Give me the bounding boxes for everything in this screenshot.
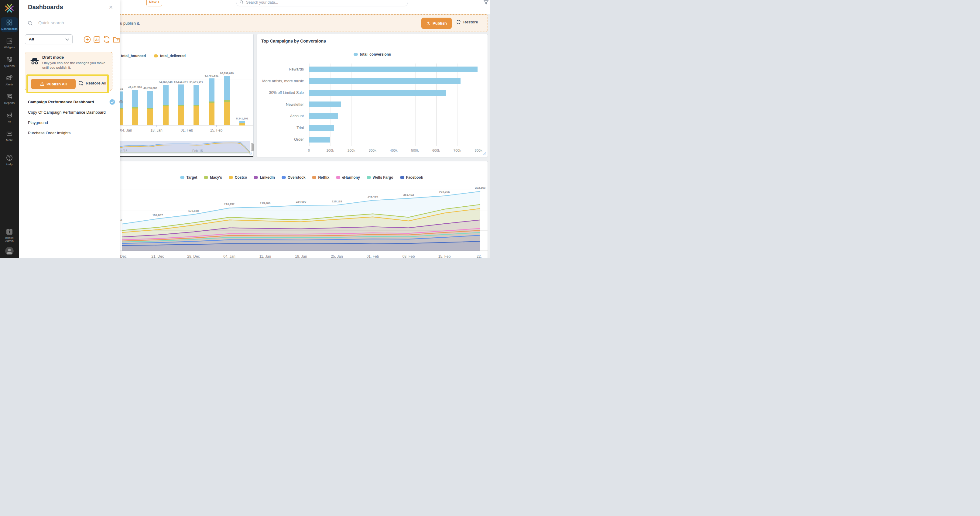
sync-icon — [456, 19, 461, 25]
legend-item-netflix[interactable]: Netflix — [312, 175, 329, 180]
svg-text:224,099: 224,099 — [296, 200, 306, 203]
axis-tick — [126, 125, 126, 127]
ai-generate-icon[interactable]: AI — [93, 35, 101, 43]
svg-text:210,752: 210,752 — [224, 202, 234, 206]
resize-handle-icon[interactable] — [249, 151, 252, 154]
search-icon — [27, 21, 33, 26]
conversion-bar — [309, 125, 334, 131]
sidebar-item-ai[interactable]: AI — [1, 110, 18, 124]
chart3-plot: ,630157,867178,838210,752215,486224,0992… — [116, 185, 488, 254]
list-item-dashboard[interactable]: Playground — [28, 119, 116, 130]
legend-swatch — [204, 176, 208, 179]
legend-item-costco[interactable]: Costco — [229, 175, 247, 180]
bar-value-label: 5,341,101 — [228, 117, 256, 120]
list-item-dashboard[interactable]: Copy Of Campaign Performance Dashboard — [28, 109, 116, 119]
restore-button[interactable]: Restore — [456, 19, 478, 25]
chart2-row: 30% off Limited Sale — [257, 87, 483, 99]
navigator-scroll-handle[interactable] — [251, 143, 254, 151]
sidebar-item-reports[interactable]: Reports — [1, 91, 18, 106]
help-icon — [6, 154, 13, 161]
dashboards-panel: Dashboards ✕ All AI Draft mode Only you … — [19, 0, 120, 258]
x-axis-label: 25. Jan — [331, 254, 343, 258]
reports-icon — [6, 93, 13, 100]
app-sidebar: Dashboards Widgets Queries Alerts Report… — [0, 0, 19, 258]
x-axis-label: 100k — [326, 149, 334, 152]
svg-text:157,867: 157,867 — [153, 213, 163, 217]
category-label: Order — [257, 137, 307, 142]
chart2-row: Account — [257, 110, 483, 122]
x-axis-label: 15. Feb — [210, 128, 223, 132]
stacked-bar — [194, 85, 199, 125]
conversion-bar — [309, 78, 461, 84]
x-axis-label: 300k — [369, 149, 376, 152]
restore-all-button[interactable]: Restore All — [78, 81, 106, 86]
axis-tick — [187, 125, 187, 127]
filter-funnel-icon[interactable] — [483, 0, 489, 5]
stacked-bar — [132, 90, 138, 125]
legend-item-macy-s[interactable]: Macy's — [204, 175, 222, 180]
chart2-row: Newsletter — [257, 99, 483, 111]
publish-button[interactable]: Publish — [422, 18, 452, 29]
list-item-dashboard[interactable]: Purchase Order Insights — [28, 130, 116, 140]
global-search-input[interactable] — [246, 0, 398, 5]
legend-item-eharmony[interactable]: eHarmony — [336, 175, 360, 180]
legend-swatch-total-conversions — [353, 53, 358, 56]
legend-label: Macy's — [210, 175, 222, 180]
resize-handle-icon[interactable] — [483, 152, 486, 155]
gridline — [116, 80, 253, 80]
legend-label[interactable]: total_delivered — [160, 54, 186, 58]
category-label: Account — [257, 114, 307, 118]
legend-item-facebook[interactable]: Facebook — [400, 175, 423, 180]
add-dashboard-icon[interactable] — [83, 35, 91, 43]
list-item-dashboard[interactable]: Campaign Performance Dashboard — [28, 99, 116, 109]
sidebar-item-help[interactable]: Help — [1, 152, 18, 167]
publish-all-button[interactable]: Publish All — [31, 79, 76, 89]
legend-label: Target — [186, 175, 197, 180]
legend-label[interactable]: total_conversions — [360, 52, 391, 57]
x-axis-label: 22. Feb — [477, 254, 484, 258]
new-folder-icon[interactable] — [112, 35, 120, 43]
sidebar-item-alerts[interactable]: Alerts — [1, 73, 18, 88]
sidebar-item-knowi-admin[interactable]: Knowi Admin — [1, 227, 18, 244]
legend-item-target[interactable]: Target — [180, 175, 197, 180]
refresh-icon[interactable] — [103, 35, 111, 43]
legend-swatch — [254, 176, 258, 179]
legend-label: Netflix — [318, 175, 329, 180]
dashboards-grid-icon — [6, 19, 13, 26]
draft-mode-title: Draft mode — [42, 55, 64, 60]
draft-banner-text: u publish it. — [120, 21, 140, 25]
sidebar-item-widgets[interactable]: Widgets — [1, 36, 18, 51]
x-axis-label: Dec — [120, 254, 126, 258]
legend-swatch — [282, 176, 286, 179]
svg-text:292,863: 292,863 — [475, 186, 485, 190]
svg-text:225,115: 225,115 — [332, 200, 342, 203]
legend-label[interactable]: total_bounced — [121, 54, 146, 58]
dropdown-value: All — [29, 37, 34, 41]
new-button[interactable]: New + — [146, 0, 162, 6]
close-icon[interactable]: ✕ — [109, 4, 113, 11]
card-bottom-scrollbar[interactable] — [116, 156, 253, 157]
sidebar-item-dashboards[interactable]: Dashboards — [1, 18, 18, 32]
panel-title: Dashboards — [28, 4, 63, 11]
x-axis-label: 04. Jan — [223, 254, 235, 258]
x-axis-label: 15. Feb — [438, 254, 451, 258]
sync-icon — [78, 81, 84, 86]
quick-search-input[interactable] — [38, 19, 108, 27]
chart1-navigator[interactable]: an '15 Feb '15 — [116, 141, 250, 153]
navigator-month-divider — [191, 141, 191, 153]
quick-search[interactable] — [27, 18, 111, 28]
sidebar-item-queries[interactable]: Queries — [1, 54, 18, 69]
draft-mode-description: Only you can see the changes you make un… — [42, 61, 108, 70]
search-icon — [239, 0, 244, 5]
x-axis-label: 11. Jan — [259, 254, 271, 258]
legend-item-linkedin[interactable]: LinkedIn — [254, 175, 275, 180]
user-avatar[interactable] — [5, 247, 14, 256]
svg-text:215,486: 215,486 — [260, 201, 270, 205]
app-window: New + ••• u publish it. Publish Restore … — [0, 0, 490, 258]
global-search[interactable] — [236, 0, 408, 6]
top-campaigns-chart-card: Top Campaigns by Conversions total_conve… — [257, 34, 488, 157]
sidebar-item-more[interactable]: More — [1, 129, 18, 143]
dashboard-filter-dropdown[interactable]: All — [25, 34, 73, 45]
legend-item-overstock[interactable]: Overstock — [282, 175, 305, 180]
legend-item-wells-fargo[interactable]: Wells Fargo — [367, 175, 393, 180]
